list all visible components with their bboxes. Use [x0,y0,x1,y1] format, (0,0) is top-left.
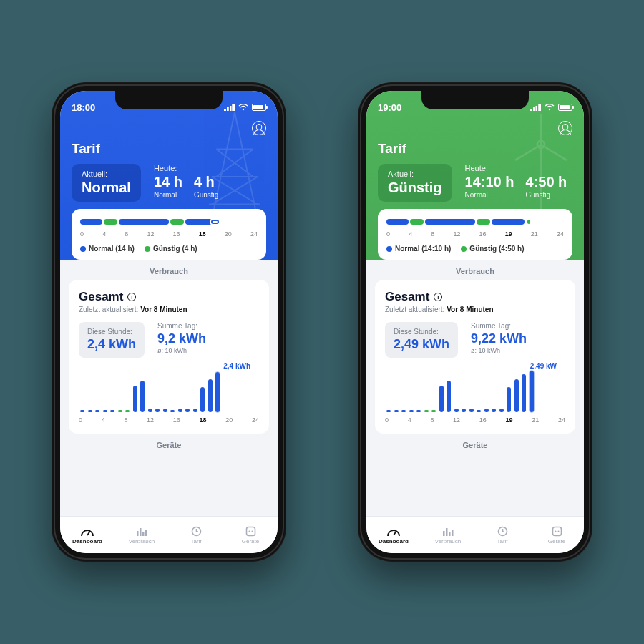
tab-usage[interactable]: Verbrauch [114,517,169,553]
profile-icon[interactable] [558,121,572,135]
updated-value: Vor 8 Minuten [140,306,187,313]
clock: 18:00 [72,102,95,113]
tab-devices[interactable]: Geräte [223,517,278,553]
this-hour-value: 2,49 kWh [394,337,449,352]
plug-icon [550,526,564,537]
legend-cheap: Günstig (4 h) [145,245,197,253]
day-sum-value: 9,2 kWh [157,331,206,346]
svg-rect-5 [145,530,147,536]
tab-tariff[interactable]: Tarif [475,517,530,553]
hourly-chart: 2,49 kW 0481216192124 [385,364,565,424]
today-label: Heute: [465,164,567,172]
wifi-icon [545,102,555,113]
current-tariff-box: Aktuell: Normal [72,164,141,202]
tariff-timeline: 0481216192124 Normal (14:10 h) Günstig (… [378,209,572,260]
svg-rect-3 [140,528,142,536]
notch [421,91,529,109]
usage-card: Gesamti Zuletzt aktualisiert: Vor 8 Minu… [69,280,269,434]
svg-line-16 [394,531,396,535]
legend-cheap: Günstig (4:50 h) [461,245,524,253]
phone-left: 18:00 Tarif Aktuell: Normal Heute: [52,82,286,562]
today-cheap-sub: Günstig [194,191,218,199]
usage-title: Gesamt [385,290,429,304]
signal-icon [224,104,235,111]
this-hour-label: Diese Stunde: [87,328,136,336]
svg-rect-19 [449,532,451,536]
svg-line-1 [87,531,90,535]
bars-icon [135,526,149,537]
day-avg: ø: 10 kWh [157,347,206,354]
svg-rect-7 [246,527,255,536]
tab-label: Verbrauch [129,538,155,545]
tab-dashboard[interactable]: Dashboard [366,517,421,553]
page-title: Tarif [378,141,572,157]
day-sum-label: Summe Tag: [471,322,527,330]
day-sum-label: Summe Tag: [157,322,206,330]
section-devices: Geräte [366,434,584,454]
this-hour-label: Diese Stunde: [394,328,449,336]
usage-card: Gesamti Zuletzt aktualisiert: Vor 8 Minu… [375,280,575,434]
wifi-icon [238,102,248,113]
svg-rect-20 [452,530,454,536]
status-icons [224,102,266,113]
today-label: Heute: [154,164,219,172]
svg-point-0 [243,108,244,109]
clock: 19:00 [378,102,401,113]
gauge-icon [80,526,94,537]
status-icons [530,102,572,113]
current-label: Aktuell: [82,170,131,178]
today-normal-hours: 14:10 h [465,174,514,190]
clock-icon [495,526,509,537]
tabbar: Dashboard Verbrauch Tarif Geräte [366,516,584,553]
tab-label: Dashboard [379,538,409,545]
updated-prefix: Zuletzt aktualisiert: [79,306,138,313]
svg-point-8 [248,531,250,532]
profile-icon[interactable] [252,121,266,135]
svg-rect-4 [142,532,145,536]
notch [115,91,223,109]
svg-point-23 [555,531,556,532]
tab-usage[interactable]: Verbrauch [421,517,475,553]
this-hour-box: Diese Stunde: 2,4 kWh [79,322,145,358]
section-usage: Verbrauch [366,260,584,280]
info-icon[interactable]: i [127,293,136,301]
tabbar: Dashboard Verbrauch Tarif Geräte [60,516,278,553]
tab-tariff[interactable]: Tarif [169,517,223,553]
battery-icon [558,104,572,111]
today-normal-sub: Normal [154,191,182,199]
current-value: Günstig [388,180,442,196]
tab-devices[interactable]: Geräte [530,517,584,553]
tariff-timeline: 0481216182024 Normal (14 h) Günstig (4 h… [72,209,266,260]
svg-rect-2 [137,531,139,536]
this-hour-value: 2,4 kWh [87,337,136,352]
clock-icon [189,526,203,537]
today-normal-sub: Normal [465,191,514,199]
svg-rect-17 [443,531,445,536]
day-avg: ø: 10 kWh [471,347,527,354]
tab-label: Tarif [190,538,201,545]
tab-label: Geräte [242,538,259,545]
phone-right: 19:00 Tarif Aktuell: Günstig Heute: 14:1… [358,82,592,562]
battery-icon [252,104,266,111]
this-hour-box: Diese Stunde: 2,49 kWh [385,322,458,358]
updated-value: Vor 8 Minuten [447,306,493,313]
page-title: Tarif [72,141,266,157]
today-normal-hours: 14 h [154,174,182,190]
legend-normal: Normal (14:10 h) [386,245,451,253]
svg-point-24 [557,531,559,532]
tab-label: Geräte [548,538,565,545]
hourly-chart: 2,4 kWh 0481216182024 [79,364,259,424]
today-cheap-hours: 4 h [194,174,218,190]
bars-icon [441,526,455,537]
info-icon[interactable]: i [434,293,442,301]
svg-point-9 [251,531,253,532]
tab-dashboard[interactable]: Dashboard [60,517,114,553]
current-value: Normal [82,180,131,196]
svg-rect-22 [552,527,561,536]
section-devices: Geräte [60,434,278,454]
legend-normal: Normal (14 h) [80,245,135,253]
chart-callout: 2,4 kWh [223,362,250,370]
signal-icon [530,104,541,111]
svg-point-15 [549,108,550,109]
tab-label: Verbrauch [435,538,461,545]
